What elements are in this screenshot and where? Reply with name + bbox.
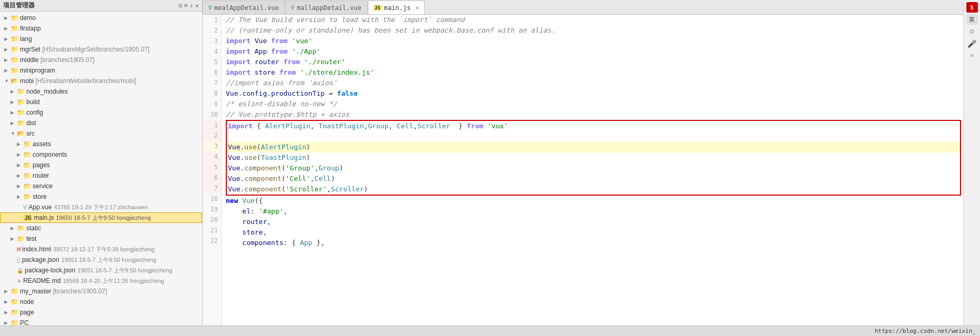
tree-item-node-modules[interactable]: ▶ 📁 node_modules	[0, 86, 202, 97]
tree-item-middle[interactable]: ▶ 📁 middle [branches/1905.07]	[0, 55, 202, 65]
code-line-8: Vue.config.productionTip = false	[226, 88, 963, 99]
tree-item-dist[interactable]: ▶ 📁 dist	[0, 118, 202, 128]
arrow-icon: ▶	[4, 310, 11, 315]
tree-item-lang[interactable]: ▶ 📁 lang	[0, 34, 202, 44]
tab-label: mealAppDetail.vue	[214, 4, 279, 12]
tree-label: package-lock.json	[25, 267, 75, 274]
sidebar-settings-icon[interactable]: ≡	[184, 2, 188, 9]
code-line-3: import Vue from 'vue'	[226, 36, 963, 46]
arrow-open-icon: ▼	[4, 78, 11, 84]
folder-icon: 📁	[17, 88, 25, 95]
sidebar-sort-icon[interactable]: ↕	[190, 3, 193, 8]
tree-item-main-js[interactable]: JS main.js 19650 18-5-7 上午9:50 hongjiezh…	[0, 212, 202, 223]
sidebar-tree[interactable]: ▶ 📁 demo ▶ 📁 firstapp ▶ 📁 lang	[0, 12, 202, 325]
folder-icon: 📁	[11, 46, 18, 53]
tree-item-src[interactable]: ▼ 📂 src	[0, 128, 202, 139]
code-line-22: components: { App },	[226, 238, 963, 248]
main-layout: 项目管理器 ⊡ ≡ ↕ × ▶ 📁 demo	[0, 0, 980, 325]
tree-item-node[interactable]: ▶ 📁 node	[0, 297, 202, 307]
tree-item-service[interactable]: ▶ 📁 service	[0, 181, 202, 191]
tree-item-pages[interactable]: ▶ 📁 pages	[0, 160, 202, 170]
tree-meta: 39572 18-12-17 下午5:39 hongjiezheng	[53, 246, 155, 253]
code-line-h1: import { AlertPlugin, ToastPlugin,Group,…	[227, 121, 960, 131]
sidebar-title: 项目管理器	[3, 1, 35, 10]
code-line-h3: Vue.use(AlertPlugin)	[227, 142, 960, 152]
folder-icon: 📁	[11, 309, 18, 316]
tree-item-my-master[interactable]: ▶ 📁 my_master [branches/1905.07]	[0, 286, 202, 297]
code-lines: // The Vue build version to load with th…	[222, 15, 963, 325]
tree-item-index-html[interactable]: H index.html 39572 18-12-17 下午5:39 hongj…	[0, 244, 202, 254]
tree-item-app-vue[interactable]: V App.vue 43765 19-1-29 下午2:17 zhichaowe…	[0, 202, 202, 212]
keyboard-icon[interactable]: ⌨	[966, 50, 978, 61]
tree-item-static[interactable]: ▶ 📁 static	[0, 223, 202, 233]
line-num-7: 7	[203, 78, 221, 88]
code-line-4: import App from './App'	[226, 46, 963, 57]
tree-label: components	[33, 151, 67, 158]
mic-icon[interactable]: 🎤	[966, 38, 978, 49]
code-line-7: //import axios from 'axios'	[226, 78, 963, 88]
line-num-h1: 1	[203, 120, 221, 130]
sidebar-close-icon[interactable]: ×	[195, 2, 199, 9]
tree-item-router[interactable]: ▶ 📁 router	[0, 170, 202, 181]
tree-item-miniprogram[interactable]: ▶ 📁 miniprogram	[0, 65, 202, 76]
line-num-h5: 5	[203, 162, 221, 172]
folder-open-icon: 📂	[11, 77, 18, 85]
smiley-icon[interactable]: ☺	[966, 26, 978, 37]
app-container: 项目管理器 ⊡ ≡ ↕ × ▶ 📁 demo	[0, 0, 980, 336]
code-line-6: import store from './store/index.js'	[226, 67, 963, 78]
tab-meal-app-detail[interactable]: V mealAppDetail.vue	[203, 1, 285, 14]
tree-item-mobi[interactable]: ▼ 📂 mobi [H5/reabamWebsite/branches/mobi…	[0, 76, 202, 86]
tree-label: my_master [branches/1905.07]	[20, 288, 107, 295]
folder-icon: 📁	[17, 235, 25, 242]
line-num-19: 19	[203, 204, 221, 215]
tree-item-readme[interactable]: ★ README.md 18569 18-4-20 上午11:26 hongji…	[0, 276, 202, 286]
line-num-h2: 2	[203, 130, 221, 141]
line-num-h7: 7	[203, 183, 221, 194]
tree-item-test[interactable]: ▶ 📁 test	[0, 233, 202, 244]
tree-label: lang	[20, 35, 32, 43]
tree-item-pc[interactable]: ▶ 📁 PC	[0, 318, 202, 325]
tab-close-button[interactable]: ×	[415, 4, 419, 12]
tree-label: PC	[20, 319, 29, 325]
tree-item-package-json[interactable]: {} package.json 19651 18-5-7 上午9:50 hong…	[0, 254, 202, 265]
tab-mallapp-detail[interactable]: V mallappDetail.vue	[285, 1, 367, 14]
tree-item-assets[interactable]: ▶ 📁 assets	[0, 139, 202, 149]
code-line-9: /* eslint-disable no-new */	[226, 99, 963, 109]
code-area[interactable]: 1 2 3 4 5 6 7 8 9 10 1 2 3 4 5 6	[203, 15, 963, 325]
arrow-icon: ▶	[4, 299, 11, 304]
sogou-ime-icon[interactable]: S	[966, 2, 978, 13]
arrow-icon: ▶	[11, 99, 17, 105]
tree-item-components[interactable]: ▶ 📁 components	[0, 149, 202, 160]
folder-icon: 📁	[11, 288, 18, 295]
tab-main-js[interactable]: JS main.js ×	[368, 1, 425, 14]
tree-item-build[interactable]: ▶ 📁 build	[0, 97, 202, 107]
arrow-open-icon: ▼	[11, 131, 17, 136]
status-bar-url: https://blog.csdn.net/weixin_	[875, 328, 976, 334]
file-json-icon: 🔒	[17, 268, 23, 273]
tree-item-store[interactable]: ▶ 📁 store	[0, 191, 202, 202]
tree-item-mgrset[interactable]: ▶ 📁 mgrSet [H5/reabamMgrSet/branches/190…	[0, 44, 202, 55]
line-num-9: 9	[203, 99, 221, 109]
tree-item-config[interactable]: ▶ 📁 config	[0, 107, 202, 118]
code-line-5: import router from './router'	[226, 57, 963, 67]
sidebar: 项目管理器 ⊡ ≡ ↕ × ▶ 📁 demo	[0, 0, 203, 325]
code-line-18: new Vue({	[226, 196, 963, 206]
js-file-icon: JS	[374, 5, 382, 11]
tree-item-demo[interactable]: ▶ 📁 demo	[0, 13, 202, 23]
arrow-icon: ▶	[11, 89, 17, 94]
lang-switch-icon[interactable]: 英	[966, 14, 978, 25]
tree-item-package-lock-json[interactable]: 🔒 package-lock.json 19651 18-5-7 上午9:50 …	[0, 265, 202, 276]
code-line-h4: Vue.use(ToastPlugin)	[227, 152, 960, 163]
arrow-icon: ▶	[17, 152, 23, 157]
folder-icon: 📁	[17, 119, 25, 127]
tree-label: firstapp	[20, 25, 41, 32]
line-numbers: 1 2 3 4 5 6 7 8 9 10 1 2 3 4 5 6	[203, 15, 222, 325]
tree-label: node_modules	[26, 88, 68, 95]
tree-item-page[interactable]: ▶ 📁 page	[0, 307, 202, 318]
sidebar-minimize-icon[interactable]: ⊡	[178, 2, 182, 9]
tree-item-firstapp[interactable]: ▶ 📁 firstapp	[0, 23, 202, 34]
line-num-4: 4	[203, 46, 221, 57]
line-num-1: 1	[203, 15, 221, 25]
arrow-icon: ▶	[4, 47, 11, 52]
line-num-20: 20	[203, 215, 221, 225]
